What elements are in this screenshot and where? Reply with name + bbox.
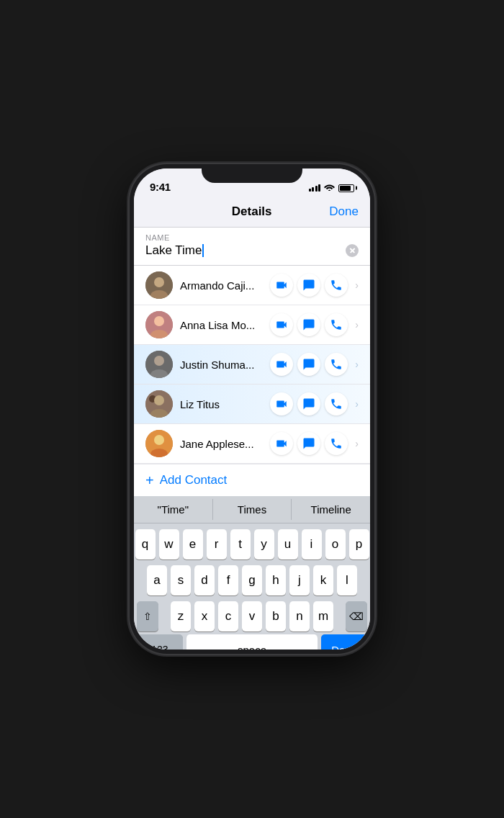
suggestion-2[interactable]: Timeline [292, 499, 370, 520]
notch [202, 164, 302, 183]
status-icons [309, 183, 355, 193]
contact-actions: › [270, 392, 359, 415]
phone-frame: 9:41 [130, 164, 374, 654]
chevron-right-icon: › [355, 438, 359, 449]
key-w[interactable]: w [159, 529, 179, 559]
avatar [145, 390, 173, 418]
text-cursor [202, 244, 204, 257]
video-call-button[interactable] [270, 313, 293, 336]
key-k[interactable]: k [313, 565, 333, 595]
key-row-2: a s d f g h j k l [137, 565, 367, 595]
key-o[interactable]: o [325, 529, 346, 559]
phone-button[interactable] [325, 313, 348, 336]
contact-actions: › [270, 432, 359, 455]
keyboard-done-label: Done [331, 644, 357, 650]
svg-point-2 [154, 277, 164, 287]
clear-button[interactable] [346, 244, 359, 257]
suggestions-bar: "Time" Times Timeline [134, 496, 370, 523]
key-c[interactable]: c [218, 601, 238, 632]
screen: 9:41 [134, 168, 370, 650]
key-z[interactable]: z [171, 601, 191, 632]
key-l[interactable]: l [337, 565, 357, 595]
svg-point-5 [154, 316, 164, 326]
name-value[interactable]: Lake Time [145, 243, 204, 258]
svg-point-15 [154, 435, 164, 445]
delete-key[interactable]: ⌫ [346, 601, 367, 632]
phone-button[interactable] [325, 432, 348, 455]
contact-row[interactable]: Anna Lisa Mo... [134, 305, 370, 345]
message-button[interactable] [297, 313, 320, 336]
contact-name: Anna Lisa Mo... [180, 319, 270, 331]
video-call-button[interactable] [270, 353, 293, 376]
key-s[interactable]: s [171, 565, 191, 595]
key-n[interactable]: n [289, 601, 310, 632]
content-area: NAME Lake Time [134, 228, 370, 650]
key-e[interactable]: e [183, 529, 203, 559]
shift-key[interactable]: ⇧ [137, 601, 158, 632]
add-contact-button[interactable]: + Add Contact [134, 464, 370, 496]
message-button[interactable] [297, 353, 320, 376]
key-u[interactable]: u [278, 529, 298, 559]
message-button[interactable] [297, 392, 320, 415]
video-call-button[interactable] [270, 274, 293, 297]
message-button[interactable] [297, 274, 320, 297]
name-section: NAME Lake Time [134, 228, 370, 266]
name-input-row: Lake Time [145, 243, 359, 258]
key-m[interactable]: m [313, 601, 333, 632]
suggestion-1-text: Times [238, 503, 266, 516]
key-a[interactable]: a [147, 565, 167, 595]
contact-row[interactable]: Jane Applese... [134, 424, 370, 464]
key-h[interactable]: h [266, 565, 286, 595]
nav-done-button[interactable]: Done [329, 204, 359, 219]
contact-actions: › [270, 274, 359, 297]
key-row-1: q w e r t y u i o p [137, 529, 367, 559]
svg-point-8 [154, 356, 164, 366]
avatar [145, 311, 173, 338]
contact-row[interactable]: Justin Shuma... [134, 345, 370, 385]
numbers-key[interactable]: 123 [137, 634, 183, 650]
avatar [145, 430, 173, 457]
key-v[interactable]: v [242, 601, 262, 632]
video-call-button[interactable] [270, 392, 293, 415]
key-p[interactable]: p [349, 529, 369, 559]
contacts-list: Armando Caji... [134, 266, 370, 496]
key-j[interactable]: j [289, 565, 310, 595]
chevron-right-icon: › [355, 359, 359, 370]
contact-name: Armando Caji... [180, 279, 270, 292]
contact-name: Justin Shuma... [180, 359, 270, 371]
phone-button[interactable] [325, 353, 348, 376]
nav-title: Details [232, 204, 272, 219]
key-d[interactable]: d [194, 565, 215, 595]
key-x[interactable]: x [194, 601, 215, 632]
key-r[interactable]: r [207, 529, 227, 559]
key-i[interactable]: i [302, 529, 322, 559]
contact-name: Liz Titus [180, 398, 270, 410]
contact-actions: › [270, 313, 359, 336]
key-t[interactable]: t [230, 529, 251, 559]
add-plus-icon: + [145, 473, 154, 487]
contact-row[interactable]: Liz Titus [134, 385, 370, 424]
avatar [145, 271, 173, 299]
space-label: space [238, 644, 266, 650]
key-q[interactable]: q [135, 529, 156, 559]
suggestion-1[interactable]: Times [213, 499, 292, 520]
phone-button[interactable] [325, 274, 348, 297]
keyboard-done-key[interactable]: Done [321, 634, 367, 650]
space-key[interactable]: space [186, 634, 318, 650]
contact-name: Jane Applese... [180, 438, 270, 450]
key-b[interactable]: b [266, 601, 286, 632]
battery-icon [338, 184, 354, 192]
key-f[interactable]: f [218, 565, 238, 595]
svg-point-12 [154, 395, 164, 405]
suggestion-0[interactable]: "Time" [134, 499, 213, 520]
name-label: NAME [145, 233, 359, 242]
avatar [145, 351, 173, 378]
key-y[interactable]: y [254, 529, 274, 559]
add-contact-label: Add Contact [160, 473, 228, 487]
contact-row[interactable]: Armando Caji... [134, 266, 370, 305]
phone-button[interactable] [325, 392, 348, 415]
key-g[interactable]: g [242, 565, 262, 595]
message-button[interactable] [297, 432, 320, 455]
suggestion-2-text: Timeline [311, 503, 351, 516]
video-call-button[interactable] [270, 432, 293, 455]
